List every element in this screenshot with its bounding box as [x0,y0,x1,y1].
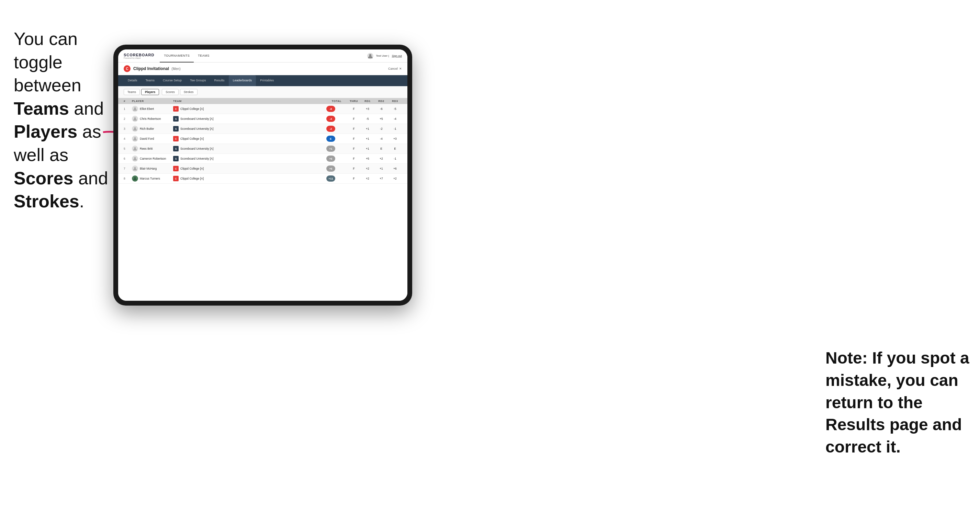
col-rd1: RD1 [361,100,374,103]
sign-out-link[interactable]: Sign out [392,54,402,57]
avatar-4 [132,136,138,142]
top-nav: SCOREBOARD Powered by clippd TOURNAMENTS… [118,49,407,62]
avatar-2 [132,116,138,122]
table-row: 8 Marcus Turners C Clippd College [A] +1… [118,174,407,184]
team-logo-7: C [173,166,179,171]
leaderboard-table: # PLAYER TEAM TOTAL THRU RD1 RD2 RD3 1 E… [118,98,407,301]
tab-printables[interactable]: Printables [256,75,278,86]
logo-sub: Powered by clippd [124,57,154,59]
player-1: Elliot Ebert [132,106,173,112]
total-3: -2 [326,125,335,132]
team-logo-3: S [173,126,179,132]
avatar-8 [132,175,138,182]
col-total: TOTAL [326,100,347,103]
col-rd2: RD2 [374,100,388,103]
tournament-name: Clippd Invitational (Men) [133,66,180,71]
player-7: Blair McHarg [132,165,173,171]
total-2: -4 [326,116,335,122]
nav-links: TOURNAMENTS TEAMS [160,49,367,62]
total-1: -8 [326,106,335,112]
team-4: C Clippd College [A] [173,136,242,141]
avatar-6 [132,156,138,162]
nav-tournaments[interactable]: TOURNAMENTS [160,49,194,62]
sub-nav: Details Teams Course Setup Tee Groups Re… [118,75,407,86]
team-3: S Scoreboard University [A] [173,126,242,132]
tab-teams[interactable]: Teams [142,75,159,86]
table-row: 2 Chris Robertson S Scoreboard Universit… [118,114,407,124]
team-1: C Clippd College [A] [173,106,242,111]
table-row: 6 Cameron Robertson S Scoreboard Univers… [118,154,407,164]
user-label: Test User | [376,54,389,57]
tablet-frame: SCOREBOARD Powered by clippd TOURNAMENTS… [113,44,412,306]
player-6: Cameron Robertson [132,156,173,162]
toggle-strokes-button[interactable]: Strokes [180,89,197,95]
avatar-5 [132,146,138,152]
right-annotation: Note: If you spot a mistake, you can ret… [826,347,970,458]
team-logo-6: S [173,156,179,161]
table-header: # PLAYER TEAM TOTAL THRU RD1 RD2 RD3 [118,98,407,104]
tab-leaderboards[interactable]: Leaderboards [229,75,256,86]
col-rank: # [124,100,132,103]
total-4: E [326,136,335,142]
player-8: Marcus Turners [132,175,173,182]
cancel-button[interactable]: Cancel ✕ [388,67,402,70]
col-thru: THRU [347,100,361,103]
tab-tee-groups[interactable]: Tee Groups [186,75,210,86]
table-row: 4 David Ford C Clippd College [A] E F +1… [118,134,407,144]
team-2: S Scoreboard University [A] [173,116,242,122]
logo-text: SCOREBOARD [124,53,154,57]
nav-right: Test User | Sign out [367,53,402,59]
rank-1: 1 [124,107,132,111]
table-row: 1 Elliot Ebert C Clippd College [A] -8 F… [118,104,407,114]
avatar-1 [132,106,138,112]
toggle-area: Teams Players Scores Strokes [118,86,407,98]
team-7: C Clippd College [A] [173,166,242,171]
total-6: +6 [326,156,335,162]
tournament-title-area: C Clippd Invitational (Men) [124,65,180,72]
team-logo-1: C [173,106,179,111]
player-2: Chris Robertson [132,116,173,122]
table-row: 3 Rich Butler S Scoreboard University [A… [118,124,407,134]
avatar-7 [132,165,138,171]
team-logo-2: S [173,116,179,122]
team-8: C Clippd College [A] [173,176,242,181]
player-5: Rees Britt [132,146,173,152]
total-5: +1 [326,146,335,152]
user-avatar [367,53,373,59]
total-8: +11 [326,175,335,182]
nav-teams[interactable]: TEAMS [194,49,214,62]
table-row: 7 Blair McHarg C Clippd College [A] +6 F… [118,164,407,174]
col-player: PLAYER [132,100,173,103]
tab-course-setup[interactable]: Course Setup [159,75,186,86]
tab-details[interactable]: Details [124,75,142,86]
team-logo-4: C [173,136,179,141]
tab-results[interactable]: Results [210,75,229,86]
team-logo-5: S [173,146,179,151]
toggle-scores-button[interactable]: Scores [162,89,178,95]
logo-area: SCOREBOARD Powered by clippd [124,53,154,59]
team-logo-8: C [173,176,179,181]
total-7: +6 [326,165,335,171]
team-5: S Scoreboard University [A] [173,146,242,151]
rd1-1: +3 [361,107,374,111]
toggle-players-button[interactable]: Players [141,89,159,95]
player-4: David Ford [132,136,173,142]
avatar-3 [132,125,138,132]
tournament-logo: C [124,65,130,72]
table-row: 5 Rees Britt S Scoreboard University [A]… [118,144,407,154]
col-team: TEAM [173,100,242,103]
toggle-teams-button[interactable]: Teams [124,89,140,95]
rd3-1: -5 [388,107,402,111]
rd2-1: -6 [374,107,388,111]
thru-1: F [347,107,361,111]
tournament-header: C Clippd Invitational (Men) Cancel ✕ [118,62,407,75]
player-3: Rich Butler [132,125,173,132]
tablet-screen: SCOREBOARD Powered by clippd TOURNAMENTS… [118,49,407,301]
left-annotation: You can toggle between Teams and Players… [14,27,120,213]
col-rd3: RD3 [388,100,402,103]
team-6: S Scoreboard University [A] [173,156,242,161]
